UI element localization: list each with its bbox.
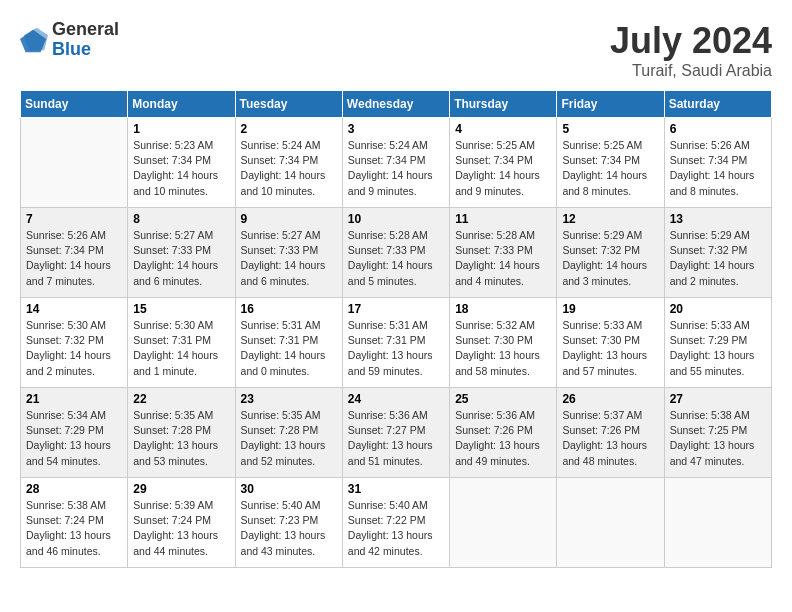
day-info: Sunrise: 5:37 AMSunset: 7:26 PMDaylight:… — [562, 408, 658, 469]
day-number: 22 — [133, 392, 229, 406]
day-info: Sunrise: 5:31 AMSunset: 7:31 PMDaylight:… — [241, 318, 337, 379]
day-info: Sunrise: 5:28 AMSunset: 7:33 PMDaylight:… — [455, 228, 551, 289]
day-info: Sunrise: 5:30 AMSunset: 7:31 PMDaylight:… — [133, 318, 229, 379]
day-info: Sunrise: 5:27 AMSunset: 7:33 PMDaylight:… — [133, 228, 229, 289]
day-number: 10 — [348, 212, 444, 226]
day-number: 2 — [241, 122, 337, 136]
weekday-header-sunday: Sunday — [21, 91, 128, 118]
weekday-header-row: SundayMondayTuesdayWednesdayThursdayFrid… — [21, 91, 772, 118]
calendar-cell: 31Sunrise: 5:40 AMSunset: 7:22 PMDayligh… — [342, 478, 449, 568]
day-info: Sunrise: 5:33 AMSunset: 7:30 PMDaylight:… — [562, 318, 658, 379]
day-info: Sunrise: 5:31 AMSunset: 7:31 PMDaylight:… — [348, 318, 444, 379]
day-number: 20 — [670, 302, 766, 316]
calendar-cell: 15Sunrise: 5:30 AMSunset: 7:31 PMDayligh… — [128, 298, 235, 388]
weekday-header-saturday: Saturday — [664, 91, 771, 118]
day-number: 28 — [26, 482, 122, 496]
calendar-cell: 18Sunrise: 5:32 AMSunset: 7:30 PMDayligh… — [450, 298, 557, 388]
location: Turaif, Saudi Arabia — [610, 62, 772, 80]
day-info: Sunrise: 5:25 AMSunset: 7:34 PMDaylight:… — [562, 138, 658, 199]
day-number: 12 — [562, 212, 658, 226]
day-number: 8 — [133, 212, 229, 226]
day-info: Sunrise: 5:24 AMSunset: 7:34 PMDaylight:… — [241, 138, 337, 199]
weekday-header-monday: Monday — [128, 91, 235, 118]
calendar-cell: 28Sunrise: 5:38 AMSunset: 7:24 PMDayligh… — [21, 478, 128, 568]
week-row-2: 7Sunrise: 5:26 AMSunset: 7:34 PMDaylight… — [21, 208, 772, 298]
day-info: Sunrise: 5:27 AMSunset: 7:33 PMDaylight:… — [241, 228, 337, 289]
day-number: 17 — [348, 302, 444, 316]
calendar-cell: 7Sunrise: 5:26 AMSunset: 7:34 PMDaylight… — [21, 208, 128, 298]
day-number: 31 — [348, 482, 444, 496]
calendar-cell: 5Sunrise: 5:25 AMSunset: 7:34 PMDaylight… — [557, 118, 664, 208]
calendar-cell — [21, 118, 128, 208]
day-number: 23 — [241, 392, 337, 406]
week-row-4: 21Sunrise: 5:34 AMSunset: 7:29 PMDayligh… — [21, 388, 772, 478]
day-info: Sunrise: 5:25 AMSunset: 7:34 PMDaylight:… — [455, 138, 551, 199]
day-info: Sunrise: 5:39 AMSunset: 7:24 PMDaylight:… — [133, 498, 229, 559]
calendar-cell: 11Sunrise: 5:28 AMSunset: 7:33 PMDayligh… — [450, 208, 557, 298]
weekday-header-tuesday: Tuesday — [235, 91, 342, 118]
calendar-cell: 26Sunrise: 5:37 AMSunset: 7:26 PMDayligh… — [557, 388, 664, 478]
weekday-header-thursday: Thursday — [450, 91, 557, 118]
day-number: 14 — [26, 302, 122, 316]
calendar-cell: 21Sunrise: 5:34 AMSunset: 7:29 PMDayligh… — [21, 388, 128, 478]
day-number: 19 — [562, 302, 658, 316]
calendar-cell: 3Sunrise: 5:24 AMSunset: 7:34 PMDaylight… — [342, 118, 449, 208]
calendar-cell — [450, 478, 557, 568]
day-info: Sunrise: 5:26 AMSunset: 7:34 PMDaylight:… — [670, 138, 766, 199]
day-number: 3 — [348, 122, 444, 136]
day-info: Sunrise: 5:34 AMSunset: 7:29 PMDaylight:… — [26, 408, 122, 469]
day-info: Sunrise: 5:35 AMSunset: 7:28 PMDaylight:… — [133, 408, 229, 469]
logo-blue: Blue — [52, 40, 119, 60]
day-info: Sunrise: 5:23 AMSunset: 7:34 PMDaylight:… — [133, 138, 229, 199]
day-info: Sunrise: 5:38 AMSunset: 7:24 PMDaylight:… — [26, 498, 122, 559]
day-info: Sunrise: 5:36 AMSunset: 7:26 PMDaylight:… — [455, 408, 551, 469]
day-info: Sunrise: 5:38 AMSunset: 7:25 PMDaylight:… — [670, 408, 766, 469]
calendar-cell: 17Sunrise: 5:31 AMSunset: 7:31 PMDayligh… — [342, 298, 449, 388]
day-info: Sunrise: 5:40 AMSunset: 7:22 PMDaylight:… — [348, 498, 444, 559]
day-number: 29 — [133, 482, 229, 496]
week-row-5: 28Sunrise: 5:38 AMSunset: 7:24 PMDayligh… — [21, 478, 772, 568]
calendar-cell: 1Sunrise: 5:23 AMSunset: 7:34 PMDaylight… — [128, 118, 235, 208]
day-number: 4 — [455, 122, 551, 136]
calendar-cell: 20Sunrise: 5:33 AMSunset: 7:29 PMDayligh… — [664, 298, 771, 388]
calendar-cell: 2Sunrise: 5:24 AMSunset: 7:34 PMDaylight… — [235, 118, 342, 208]
logo-general: General — [52, 20, 119, 40]
calendar-cell: 22Sunrise: 5:35 AMSunset: 7:28 PMDayligh… — [128, 388, 235, 478]
weekday-header-friday: Friday — [557, 91, 664, 118]
day-info: Sunrise: 5:40 AMSunset: 7:23 PMDaylight:… — [241, 498, 337, 559]
day-info: Sunrise: 5:36 AMSunset: 7:27 PMDaylight:… — [348, 408, 444, 469]
calendar-cell: 25Sunrise: 5:36 AMSunset: 7:26 PMDayligh… — [450, 388, 557, 478]
day-number: 27 — [670, 392, 766, 406]
day-info: Sunrise: 5:29 AMSunset: 7:32 PMDaylight:… — [562, 228, 658, 289]
calendar-cell: 29Sunrise: 5:39 AMSunset: 7:24 PMDayligh… — [128, 478, 235, 568]
day-number: 6 — [670, 122, 766, 136]
day-number: 7 — [26, 212, 122, 226]
day-info: Sunrise: 5:35 AMSunset: 7:28 PMDaylight:… — [241, 408, 337, 469]
day-info: Sunrise: 5:32 AMSunset: 7:30 PMDaylight:… — [455, 318, 551, 379]
day-number: 21 — [26, 392, 122, 406]
day-info: Sunrise: 5:29 AMSunset: 7:32 PMDaylight:… — [670, 228, 766, 289]
day-info: Sunrise: 5:33 AMSunset: 7:29 PMDaylight:… — [670, 318, 766, 379]
calendar-cell — [557, 478, 664, 568]
weekday-header-wednesday: Wednesday — [342, 91, 449, 118]
calendar-cell: 12Sunrise: 5:29 AMSunset: 7:32 PMDayligh… — [557, 208, 664, 298]
day-number: 24 — [348, 392, 444, 406]
calendar-table: SundayMondayTuesdayWednesdayThursdayFrid… — [20, 90, 772, 568]
day-info: Sunrise: 5:30 AMSunset: 7:32 PMDaylight:… — [26, 318, 122, 379]
week-row-3: 14Sunrise: 5:30 AMSunset: 7:32 PMDayligh… — [21, 298, 772, 388]
calendar-cell: 19Sunrise: 5:33 AMSunset: 7:30 PMDayligh… — [557, 298, 664, 388]
calendar-cell: 8Sunrise: 5:27 AMSunset: 7:33 PMDaylight… — [128, 208, 235, 298]
logo-text: General Blue — [52, 20, 119, 60]
day-number: 30 — [241, 482, 337, 496]
day-number: 1 — [133, 122, 229, 136]
calendar-cell: 4Sunrise: 5:25 AMSunset: 7:34 PMDaylight… — [450, 118, 557, 208]
calendar-cell — [664, 478, 771, 568]
calendar-cell: 13Sunrise: 5:29 AMSunset: 7:32 PMDayligh… — [664, 208, 771, 298]
title-section: July 2024 Turaif, Saudi Arabia — [610, 20, 772, 80]
day-number: 15 — [133, 302, 229, 316]
page-header: General Blue July 2024 Turaif, Saudi Ara… — [20, 20, 772, 80]
calendar-cell: 10Sunrise: 5:28 AMSunset: 7:33 PMDayligh… — [342, 208, 449, 298]
day-info: Sunrise: 5:28 AMSunset: 7:33 PMDaylight:… — [348, 228, 444, 289]
calendar-cell: 24Sunrise: 5:36 AMSunset: 7:27 PMDayligh… — [342, 388, 449, 478]
logo: General Blue — [20, 20, 119, 60]
